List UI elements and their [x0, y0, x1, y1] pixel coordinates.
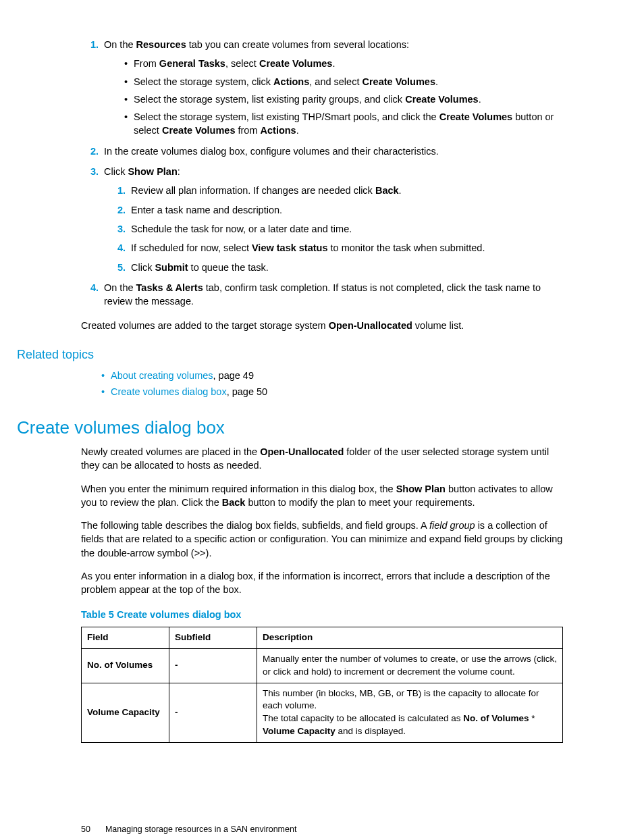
section-para-2: When you enter the minimum required info… — [81, 482, 563, 510]
page-footer: 50Managing storage resources in a SAN en… — [81, 824, 563, 834]
table-header-row: Field Subfield Description — [82, 627, 563, 648]
step-1: On the Resources tab you can create volu… — [101, 38, 563, 138]
cell-subfield: - — [169, 683, 257, 743]
cell-field: Volume Capacity — [82, 683, 169, 743]
cell-description: This number (in blocks, MB, GB, or TB) i… — [257, 683, 563, 743]
substep-5: Click Submit to queue the task. — [128, 261, 563, 274]
step-1-text: On the Resources tab you can create volu… — [104, 39, 409, 50]
footer-title: Managing storage resources in a SAN envi… — [105, 825, 296, 834]
related-item-2: Create volumes dialog box, page 50 — [101, 385, 563, 398]
bullet-3: Select the storage system, list existing… — [124, 93, 563, 106]
section-heading: Create volumes dialog box — [17, 415, 563, 440]
related-item-1: About creating volumes, page 49 — [101, 369, 563, 382]
col-header-field: Field — [82, 627, 169, 648]
step-3-substeps: Review all plan information. If changes … — [104, 184, 563, 273]
col-header-description: Description — [257, 627, 563, 648]
step-3: Click Show Plan: Review all plan informa… — [101, 165, 563, 274]
related-topics-heading: Related topics — [17, 346, 563, 363]
step-3-text: Click Show Plan: — [104, 166, 180, 177]
related-link-2[interactable]: Create volumes dialog box — [111, 386, 227, 397]
cell-field: No. of Volumes — [82, 648, 169, 683]
cell-description: Manually enter the number of volumes to … — [257, 648, 563, 683]
step-2: In the create volumes dialog box, config… — [101, 145, 563, 158]
related-topics-list: About creating volumes, page 49 Create v… — [81, 369, 563, 399]
dialog-box-fields-table: Field Subfield Description No. of Volume… — [81, 627, 563, 743]
table-row: Volume Capacity - This number (in blocks… — [82, 683, 563, 743]
cell-subfield: - — [169, 648, 257, 683]
substep-1: Review all plan information. If changes … — [128, 184, 563, 197]
bullet-2: Select the storage system, click Actions… — [124, 75, 563, 88]
step-1-bullets: From General Tasks, select Create Volume… — [104, 57, 563, 137]
after-steps-para: Created volumes are added to the target … — [81, 319, 563, 332]
col-header-subfield: Subfield — [169, 627, 257, 648]
section-para-3: The following table describes the dialog… — [81, 519, 563, 560]
step-4: On the Tasks & Alerts tab, confirm task … — [101, 281, 563, 309]
substep-2: Enter a task name and description. — [128, 203, 563, 217]
page-number: 50 — [81, 825, 90, 834]
substep-4: If scheduled for now, select View task s… — [128, 241, 563, 255]
table-row: No. of Volumes - Manually enter the numb… — [82, 648, 563, 683]
related-link-1[interactable]: About creating volumes — [111, 370, 213, 381]
main-steps-list: On the Resources tab you can create volu… — [81, 38, 563, 308]
section-para-1: Newly created volumes are placed in the … — [81, 445, 563, 473]
bullet-4: Select the storage system, list existing… — [124, 110, 563, 138]
bullet-1: From General Tasks, select Create Volume… — [124, 57, 563, 70]
table-caption: Table 5 Create volumes dialog box — [81, 608, 563, 621]
section-para-4: As you enter information in a dialog box… — [81, 569, 563, 597]
substep-3: Schedule the task for now, or a later da… — [128, 222, 563, 236]
